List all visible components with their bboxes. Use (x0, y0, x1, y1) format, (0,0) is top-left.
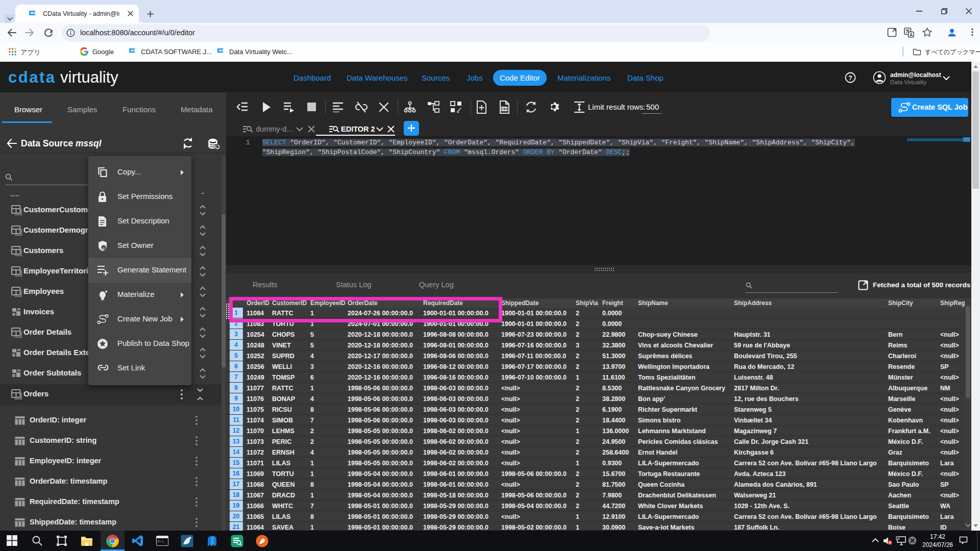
svg-text:?: ? (848, 74, 852, 82)
svg-text:CSV: CSV (501, 107, 508, 111)
svg-text:C:\_: C:\_ (158, 540, 165, 543)
svg-text:e: e (103, 246, 105, 251)
